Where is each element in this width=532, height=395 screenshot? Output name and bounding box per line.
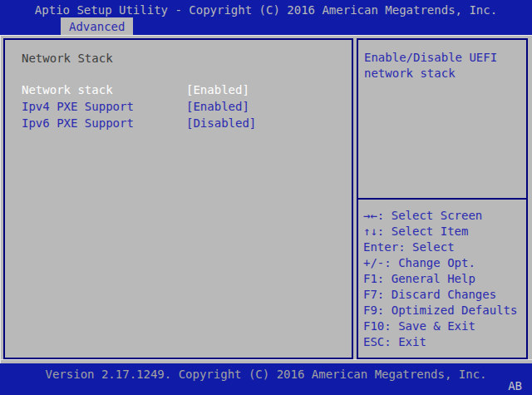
option-value: [Enabled] (186, 83, 249, 96)
legend-esc-exit: ESC: Exit (363, 334, 517, 350)
option-row-ipv6-pxe[interactable]: Ipv6 PXE Support [Disabled] (22, 116, 347, 133)
option-value: [Disabled] (186, 116, 256, 130)
options-list: Network stack [Enabled] Ipv4 PXE Support… (22, 83, 347, 133)
option-row-ipv4-pxe[interactable]: Ipv4 PXE Support [Enabled] (22, 100, 347, 116)
help-panel: Enable/Disable UEFI network stack →←: Se… (357, 38, 528, 359)
legend-save-exit: F10: Save & Exit (363, 318, 517, 334)
option-label: Network stack (22, 83, 186, 96)
tab-advanced-label: Advanced (69, 20, 125, 33)
legend-select-screen: →←: Select Screen (363, 208, 517, 224)
help-panel-divider (357, 198, 528, 200)
options-panel: Network Stack Network stack [Enabled] Ip… (3, 38, 353, 359)
section-title: Network Stack (22, 52, 113, 65)
bios-setup-screen: Aptio Setup Utility - Copyright (C) 2016… (0, 0, 532, 395)
legend-enter-select: Enter: Select (363, 239, 517, 255)
legend-discard-changes: F7: Discard Changes (363, 287, 517, 303)
tab-advanced[interactable]: Advanced (61, 17, 133, 35)
footer-version-line: Version 2.17.1249. Copyright (C) 2016 Am… (0, 368, 532, 381)
option-value: [Enabled] (186, 100, 249, 113)
legend-general-help: F1: General Help (363, 271, 517, 287)
legend-optimized-defaults: F9: Optimized Defaults (363, 303, 517, 318)
help-text: Enable/Disable UEFI network stack (364, 50, 524, 81)
option-label: Ipv4 PXE Support (22, 100, 186, 113)
content-area: Network Stack Network stack [Enabled] Ip… (0, 35, 532, 363)
window-title: Aptio Setup Utility - Copyright (C) 2016… (0, 3, 532, 17)
footer-corner-label: AB (508, 379, 522, 393)
option-label: Ipv6 PXE Support (22, 116, 186, 130)
legend-change-opt: +/-: Change Opt. (363, 255, 517, 271)
option-row-network-stack[interactable]: Network stack [Enabled] (22, 83, 347, 100)
legend-select-item: ↑↓: Select Item (363, 224, 517, 239)
key-legend: →←: Select Screen ↑↓: Select Item Enter:… (363, 208, 517, 350)
